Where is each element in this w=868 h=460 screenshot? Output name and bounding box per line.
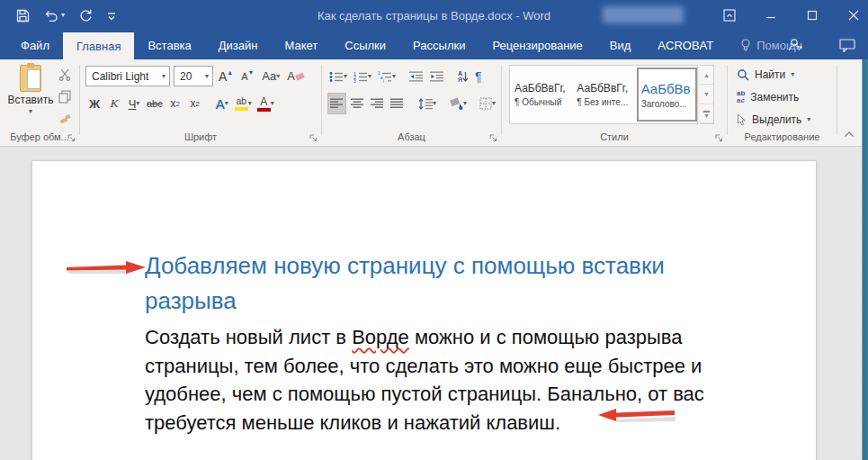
redo-icon[interactable]: [79, 9, 93, 22]
shrink-font-arrow-icon: ▼: [247, 69, 254, 76]
italic-button[interactable]: К: [105, 93, 123, 114]
bold-button[interactable]: Ж: [85, 93, 103, 114]
paste-label: Вставить: [8, 94, 54, 106]
format-painter-icon[interactable]: [56, 110, 74, 126]
text-effects-button[interactable]: А▾: [213, 93, 231, 114]
align-right-button[interactable]: [369, 93, 386, 114]
increase-indent-icon[interactable]: [428, 66, 446, 87]
numbering-button[interactable]: 123 ▾: [352, 66, 373, 87]
tab-references[interactable]: Ссылки: [331, 31, 399, 59]
group-styles: АаБбВвГг, ¶ Обычный АаБбВвГг, ¶ Без инте…: [502, 59, 727, 147]
strikethrough-button[interactable]: abc: [145, 93, 165, 114]
font-color-button[interactable]: А▾: [255, 93, 276, 114]
group-editing: Найти ▾ ab ac Заменить Выделить ▾ Редакт…: [728, 59, 837, 147]
underline-button[interactable]: Ч▾: [125, 93, 143, 114]
replace-button[interactable]: ab ac Заменить: [737, 88, 810, 106]
share-person-icon[interactable]: [787, 38, 803, 52]
align-center-button[interactable]: [349, 93, 366, 114]
font-dialog-launcher-icon[interactable]: [308, 132, 318, 143]
undo-button[interactable]: ▾: [44, 10, 65, 22]
bullets-button[interactable]: ▾: [327, 66, 349, 87]
styles-scroll-down-icon[interactable]: ▼: [700, 85, 713, 104]
pilcrow-glyph: ¶: [475, 69, 482, 84]
clear-formatting-button[interactable]: А: [285, 66, 306, 87]
tab-home[interactable]: Главная: [63, 32, 134, 59]
customize-quick-access-icon[interactable]: [107, 10, 116, 21]
select-button[interactable]: Выделить ▾: [737, 111, 810, 129]
subscript-button[interactable]: x2: [166, 93, 184, 114]
superscript-button[interactable]: x2: [186, 93, 204, 114]
highlight-button[interactable]: ab▾: [233, 93, 254, 114]
tab-layout[interactable]: Макет: [271, 31, 331, 59]
styles-dialog-launcher-icon[interactable]: [713, 132, 724, 143]
font-size-combobox[interactable]: 20 ▾: [174, 66, 213, 86]
grow-font-letter: А: [219, 69, 227, 84]
borders-button[interactable]: ▾: [478, 93, 497, 114]
window-right-border: [862, 59, 868, 460]
cut-icon[interactable]: [56, 67, 74, 83]
replace-icon: ab ac: [737, 90, 745, 104]
select-dropdown-icon[interactable]: ▾: [807, 116, 810, 123]
highlight-label: ab: [237, 97, 246, 106]
tab-insert[interactable]: Вставка: [134, 31, 204, 59]
font-name-combobox[interactable]: Calibri Light ▾: [85, 66, 170, 86]
collapse-ribbon-icon[interactable]: [839, 127, 859, 141]
comments-icon[interactable]: [839, 39, 855, 52]
paste-clipboard-icon: [20, 65, 41, 92]
redacted-account-area: [603, 6, 684, 23]
tab-acrobat[interactable]: ACROBAT: [644, 31, 727, 59]
minimize-icon[interactable]: [762, 6, 780, 24]
font-group-label: Шрифт: [80, 130, 321, 144]
tab-review[interactable]: Рецензирование: [479, 31, 595, 59]
style-heading1[interactable]: АаБбВв Заголово...: [637, 68, 697, 122]
tab-view[interactable]: Вид: [596, 31, 645, 59]
ribbon-tab-bar: Файл Главная Вставка Дизайн Макет Ссылки…: [0, 31, 868, 59]
justify-button[interactable]: [389, 93, 406, 114]
shading-button[interactable]: ▾: [447, 93, 469, 114]
document-heading[interactable]: Добавляем новую страницу с помощью встав…: [145, 248, 816, 319]
document-body[interactable]: Создать новый лист в Ворде можно и с пом…: [145, 323, 816, 437]
multilevel-list-button[interactable]: 1ai ▾: [376, 66, 398, 87]
ribbon-display-options-icon[interactable]: [720, 6, 738, 24]
save-icon[interactable]: [16, 9, 30, 23]
sort-button[interactable]: АЯ: [456, 66, 470, 87]
red-arrow-to-heading: [65, 260, 148, 278]
close-icon[interactable]: [845, 6, 863, 24]
tab-mailings[interactable]: Рассылки: [399, 31, 479, 59]
tab-design[interactable]: Дизайн: [205, 31, 272, 59]
svg-text:3: 3: [353, 78, 356, 83]
highlight-color-bar: [235, 107, 248, 111]
styles-gallery-more-icon[interactable]: ▬▼: [700, 104, 713, 123]
find-dropdown-icon[interactable]: ▾: [791, 71, 794, 78]
tab-file[interactable]: Файл: [7, 31, 63, 59]
styles-gallery-scroll: ▲ ▼ ▬▼: [700, 65, 714, 124]
document-area[interactable]: Добавляем новую страницу с помощью встав…: [0, 147, 868, 460]
shrink-font-button[interactable]: А▼: [238, 66, 256, 87]
align-left-button[interactable]: [327, 93, 346, 114]
style-no-spacing-name: ¶ Без инте...: [577, 97, 628, 107]
window-controls: [720, 0, 863, 31]
paste-button[interactable]: Вставить ▾: [7, 65, 54, 133]
document-page[interactable]: Добавляем новую страницу с помощью встав…: [31, 160, 817, 460]
clipboard-dialog-launcher-icon[interactable]: [66, 132, 76, 143]
editing-group-label: Редактирование: [728, 130, 837, 144]
font-name-dropdown-icon[interactable]: ▾: [158, 73, 169, 80]
search-icon: [737, 68, 749, 81]
paragraph-dialog-launcher-icon[interactable]: [488, 132, 498, 143]
show-paragraph-marks-button[interactable]: ¶: [473, 66, 484, 87]
styles-scroll-up-icon[interactable]: ▲: [700, 66, 713, 85]
paste-dropdown-icon[interactable]: ▾: [29, 108, 32, 115]
find-button[interactable]: Найти ▾: [737, 66, 810, 84]
line-spacing-button[interactable]: ▾: [416, 93, 438, 114]
style-normal[interactable]: АаБбВвГг, ¶ Обычный: [512, 68, 572, 122]
font-size-dropdown-icon[interactable]: ▾: [201, 73, 212, 80]
grow-font-button[interactable]: А▲: [217, 66, 235, 87]
eraser-icon: [295, 72, 305, 80]
decrease-indent-icon[interactable]: [407, 66, 425, 87]
undo-dropdown-icon[interactable]: ▾: [61, 12, 65, 19]
red-arrow-to-text: [597, 406, 676, 426]
style-no-spacing[interactable]: АаБбВвГг, ¶ Без инте...: [574, 68, 634, 122]
copy-icon[interactable]: [56, 88, 74, 104]
maximize-icon[interactable]: [803, 6, 821, 24]
change-case-button[interactable]: Аа▾: [260, 66, 282, 87]
